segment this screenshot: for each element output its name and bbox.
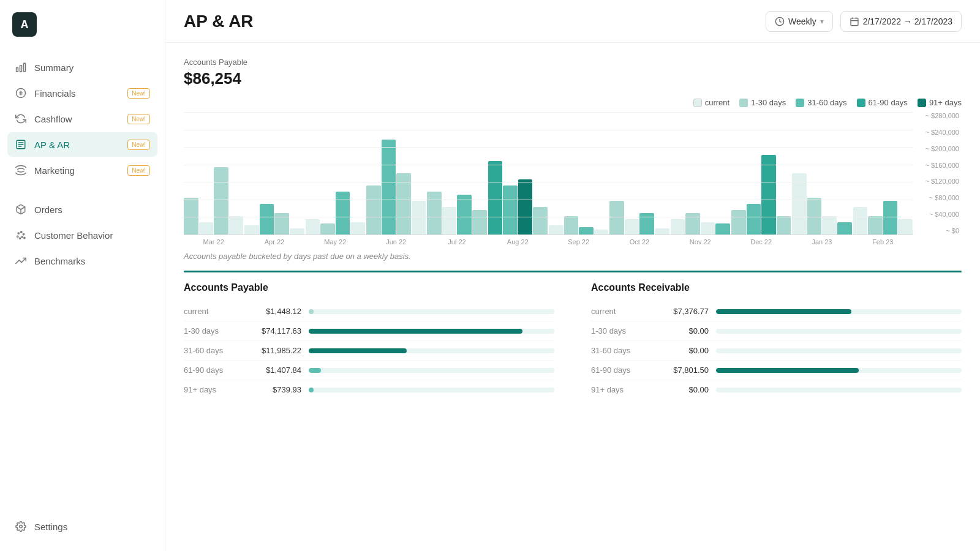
ap-row-61-90: 61-90 days $1,407.84 bbox=[184, 361, 554, 380]
ar-value-current: $7,376.77 bbox=[654, 307, 709, 316]
ap-bar-31-60 bbox=[309, 348, 554, 353]
ap-row-1-30: 1-30 days $74,117.63 bbox=[184, 321, 554, 341]
sidebar-item-summary[interactable]: Summary bbox=[7, 55, 157, 80]
trending-icon bbox=[15, 255, 27, 267]
sidebar-item-customer-behavior[interactable]: Customer Behavior bbox=[7, 223, 157, 247]
refresh-icon bbox=[15, 113, 27, 125]
ap-bar-61-90 bbox=[309, 368, 554, 373]
accounts-payable-label: Accounts Payable bbox=[184, 58, 962, 67]
legend-dot-31-60 bbox=[796, 99, 804, 107]
clock-icon bbox=[775, 17, 785, 26]
sidebar-item-benchmarks-label: Benchmarks bbox=[34, 256, 85, 266]
legend-label-1-30: 1-30 days bbox=[751, 98, 786, 107]
date-range-selector[interactable]: 2/17/2022 → 2/17/2023 bbox=[840, 11, 962, 32]
ar-bar-fill-current bbox=[716, 309, 851, 314]
accounts-payable-value: $86,254 bbox=[184, 69, 962, 88]
x-axis-nov22: Nov 22 bbox=[671, 238, 730, 246]
legend-label-current: current bbox=[705, 98, 729, 107]
svg-point-17 bbox=[19, 238, 20, 239]
ap-value-91plus: $739.93 bbox=[246, 385, 301, 394]
x-axis-sep22: Sep 22 bbox=[549, 238, 608, 246]
sidebar-item-marketing-label: Marketing bbox=[34, 165, 75, 176]
sidebar-item-orders[interactable]: Orders bbox=[7, 197, 157, 222]
ap-value-1-30: $74,117.63 bbox=[246, 326, 301, 335]
svg-point-19 bbox=[20, 525, 23, 528]
x-axis-may22: May 22 bbox=[306, 238, 365, 246]
legend-dot-61-90 bbox=[857, 99, 865, 107]
sidebar-nav: Summary Financials New! Cashflow New! bbox=[0, 55, 165, 507]
chart-legend: current 1-30 days 31-60 days 61-90 days … bbox=[184, 98, 962, 107]
document-icon bbox=[15, 138, 27, 151]
y-axis: ~ $280,000 ~ $240,000 ~ $200,000 ~ $160,… bbox=[915, 112, 962, 234]
ap-label-31-60: 31-60 days bbox=[184, 346, 239, 355]
ar-bar-1-30 bbox=[716, 329, 962, 334]
gear-icon bbox=[15, 520, 27, 533]
ar-bar-91plus bbox=[716, 388, 962, 392]
sidebar: A Summary Financials New! bbox=[0, 0, 165, 551]
sidebar-item-settings[interactable]: Settings bbox=[7, 514, 157, 539]
ap-bar-91plus bbox=[309, 388, 554, 392]
scatter-icon bbox=[15, 229, 27, 241]
sidebar-item-financials[interactable]: Financials New! bbox=[7, 81, 157, 105]
x-axis-jan23: Jan 23 bbox=[792, 238, 851, 246]
sidebar-item-orders-label: Orders bbox=[34, 204, 62, 215]
bar-chart-icon bbox=[15, 61, 27, 73]
sidebar-item-summary-label: Summary bbox=[34, 62, 74, 73]
ar-row-current: current $7,376.77 bbox=[591, 302, 962, 321]
x-axis-mar22: Mar 22 bbox=[184, 238, 243, 246]
chevron-down-icon: ▾ bbox=[820, 17, 824, 26]
main-content: Accounts Payable $86,254 current 1-30 da… bbox=[165, 43, 980, 551]
page-title: AP & AR bbox=[184, 12, 254, 31]
legend-dot-1-30 bbox=[739, 99, 748, 107]
svg-point-18 bbox=[24, 237, 25, 238]
x-axis-dec22: Dec 22 bbox=[731, 238, 791, 246]
svg-rect-2 bbox=[17, 68, 18, 72]
ap-bar-current bbox=[309, 309, 554, 314]
ap-bar-1-30 bbox=[309, 329, 554, 334]
svg-point-12 bbox=[18, 233, 19, 234]
ar-label-31-60: 31-60 days bbox=[591, 346, 646, 355]
ap-label-91plus: 91+ days bbox=[184, 385, 239, 394]
legend-dot-91plus bbox=[918, 99, 926, 107]
sidebar-item-marketing[interactable]: Marketing New! bbox=[7, 158, 157, 182]
x-axis-jun22: Jun 22 bbox=[366, 238, 426, 246]
sidebar-bottom: Settings bbox=[0, 507, 165, 551]
ar-bar-current bbox=[716, 309, 962, 314]
date-range-label: 2/17/2022 → 2/17/2023 bbox=[863, 17, 952, 26]
svg-point-14 bbox=[23, 233, 24, 234]
ap-value-61-90: $1,407.84 bbox=[246, 365, 301, 375]
cashflow-badge: New! bbox=[127, 114, 150, 124]
x-axis-apr22: Apr 22 bbox=[244, 238, 304, 246]
calendar-icon bbox=[850, 17, 859, 26]
sidebar-item-customer-behavior-label: Customer Behavior bbox=[34, 230, 113, 241]
ar-value-91plus: $0.00 bbox=[654, 385, 709, 394]
ar-label-1-30: 1-30 days bbox=[591, 326, 646, 335]
ar-bar-fill-61-90 bbox=[716, 368, 859, 373]
box-icon bbox=[15, 203, 27, 216]
sidebar-item-settings-label: Settings bbox=[34, 522, 67, 532]
legend-31-60: 31-60 days bbox=[796, 98, 846, 107]
x-axis: Mar 22 Apr 22 May 22 Jun 22 Jul 22 Aug 2… bbox=[184, 238, 962, 246]
ap-value-current: $1,448.12 bbox=[246, 307, 301, 316]
ar-label-current: current bbox=[591, 307, 646, 316]
sidebar-item-ap-ar[interactable]: AP & AR New! bbox=[7, 132, 157, 157]
sidebar-item-ap-ar-label: AP & AR bbox=[34, 140, 70, 150]
section-divider bbox=[184, 271, 962, 272]
app-logo[interactable]: A bbox=[12, 12, 37, 37]
svg-point-16 bbox=[21, 236, 23, 238]
ap-table-title: Accounts Payable bbox=[184, 282, 554, 293]
legend-label-31-60: 31-60 days bbox=[807, 98, 846, 107]
bar-chart: ~ $280,000 ~ $240,000 ~ $200,000 ~ $160,… bbox=[184, 112, 962, 247]
svg-rect-1 bbox=[20, 66, 22, 72]
ap-ar-badge: New! bbox=[127, 140, 150, 150]
x-axis-jul22: Jul 22 bbox=[427, 238, 486, 246]
ap-label-61-90: 61-90 days bbox=[184, 365, 239, 375]
main-area: AP & AR Weekly ▾ 2/17/2022 → 2/17/2023 A… bbox=[165, 0, 980, 551]
ar-label-61-90: 61-90 days bbox=[591, 365, 646, 375]
ap-table: Accounts Payable current $1,448.12 1-30 … bbox=[184, 282, 554, 399]
frequency-selector[interactable]: Weekly ▾ bbox=[766, 11, 833, 32]
sidebar-item-cashflow[interactable]: Cashflow New! bbox=[7, 107, 157, 131]
signal-icon bbox=[15, 164, 27, 176]
ap-bar-fill-1-30 bbox=[309, 329, 522, 334]
sidebar-item-benchmarks[interactable]: Benchmarks bbox=[7, 249, 157, 273]
